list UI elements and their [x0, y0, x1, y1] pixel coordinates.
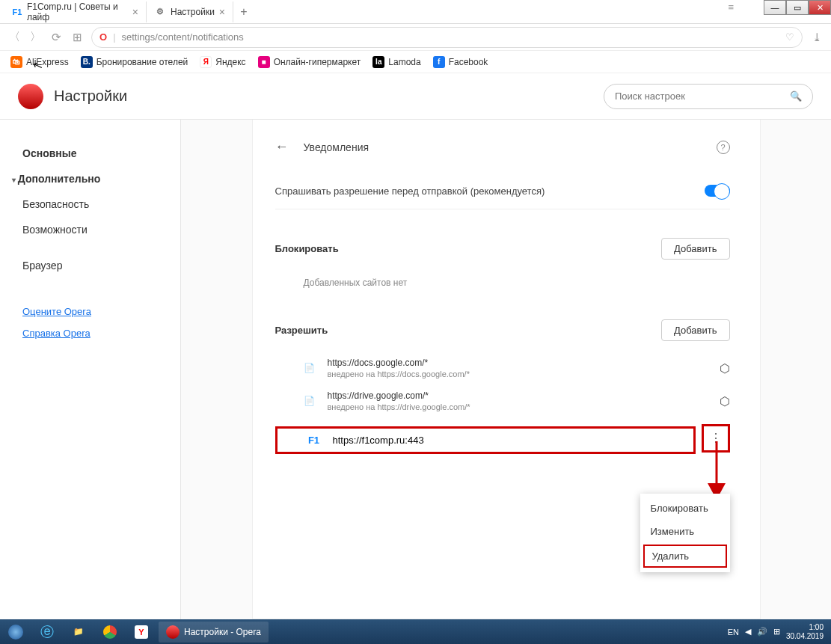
search-icon: 🔍	[790, 91, 802, 102]
site-sub: внедрено на https://docs.google.com/*	[328, 369, 470, 378]
site-url: https://docs.google.com/*	[328, 358, 470, 368]
opera-logo-icon	[18, 84, 43, 109]
speed-dial-icon[interactable]: ⊞	[70, 31, 84, 44]
minimize-button[interactable]: —	[764, 0, 786, 15]
add-block-button[interactable]: Добавить	[661, 238, 729, 260]
taskbar-clock[interactable]: 1:00 30.04.2019	[786, 623, 824, 641]
bookmark-lamoda[interactable]: laLamoda	[372, 56, 420, 68]
address-bar[interactable]: O | settings/content/notifications ♡	[91, 27, 803, 48]
site-sub: внедрено на https://drive.google.com/*	[328, 402, 470, 411]
highlighted-site-row: F1 https://f1comp.ru:443	[275, 426, 696, 454]
url-text: settings/content/notifications	[122, 31, 244, 43]
tab-close-icon[interactable]: ×	[132, 6, 138, 18]
settings-content: ← Уведомления ? Спрашивать разрешение пе…	[252, 120, 761, 619]
window-controls: — ▭ ✕	[764, 0, 831, 15]
site-context-menu: Блокировать Изменить Удалить	[640, 494, 730, 572]
tab-f1comp[interactable]: F1 F1Comp.ru | Советы и лайф ×	[4, 1, 147, 22]
bookmark-booking[interactable]: B.Бронирование отелей	[81, 56, 188, 68]
taskbar-app-opera[interactable]: Настройки - Opera	[159, 622, 269, 643]
taskbar-volume-icon[interactable]: 🔊	[757, 627, 767, 637]
toolbar: 〈 〉 ⟳ ⊞ O | settings/content/notificatio…	[0, 24, 831, 51]
sidebar-item-advanced[interactable]: Дополнительно	[22, 166, 180, 191]
file-icon: 📄	[302, 393, 317, 408]
ask-toggle[interactable]	[705, 185, 730, 197]
opera-badge-icon: O	[99, 31, 107, 43]
taskbar: ⓔ 📁 Y Настройки - Opera EN ◀ 🔊 ⊞ 1:00 30…	[0, 619, 831, 644]
taskbar-tray-icon[interactable]: ◀	[745, 627, 751, 637]
taskbar-network-icon[interactable]: ⊞	[773, 627, 780, 637]
taskbar-yandex-icon[interactable]: Y	[126, 619, 157, 644]
help-icon[interactable]: ?	[717, 141, 730, 154]
taskbar-chrome-icon[interactable]	[94, 619, 126, 644]
f1-favicon: F1	[304, 435, 324, 446]
site-row-drive: 📄 https://drive.google.com/* внедрено на…	[275, 384, 730, 417]
site-url: https://drive.google.com/*	[328, 390, 470, 401]
bookmark-heart-icon[interactable]: ♡	[785, 31, 794, 43]
sidebar-link-help[interactable]: Справка Opera	[22, 322, 180, 344]
search-settings[interactable]: 🔍	[604, 84, 813, 109]
tab-close-icon[interactable]: ×	[219, 6, 225, 18]
file-icon: 📄	[302, 361, 317, 375]
taskbar-lang[interactable]: EN	[728, 628, 739, 637]
extension-icon[interactable]: ⬡	[720, 361, 730, 375]
settings-sidebar: Основные Дополнительно Безопасность Возм…	[0, 120, 181, 619]
search-input[interactable]	[615, 91, 790, 102]
sidebar-item-basic[interactable]: Основные	[22, 141, 180, 166]
settings-title: Настройки	[54, 88, 604, 105]
ask-label: Спрашивать разрешение перед отправкой (р…	[275, 185, 545, 197]
tab-strip: F1 F1Comp.ru | Советы и лайф × ⚙ Настрой…	[0, 0, 831, 24]
sidebar-item-features[interactable]: Возможности	[22, 217, 180, 242]
add-allow-button[interactable]: Добавить	[661, 319, 729, 341]
download-icon[interactable]: ⤓	[810, 31, 824, 44]
close-window-button[interactable]: ✕	[809, 0, 831, 15]
menu-item-edit[interactable]: Изменить	[640, 520, 730, 543]
menu-item-remove[interactable]: Удалить	[643, 545, 727, 568]
bookmarks-bar: 🛍AliExpress B.Бронирование отелей ЯЯндек…	[0, 51, 831, 73]
taskbar-ie-icon[interactable]: ⓔ	[31, 619, 63, 644]
sidebar-link-rate[interactable]: Оцените Opera	[22, 301, 180, 322]
opera-icon	[166, 625, 180, 639]
tab-settings[interactable]: ⚙ Настройки ×	[147, 1, 233, 22]
extension-icon[interactable]: ⬡	[720, 394, 730, 408]
gear-icon: ⚙	[154, 6, 166, 18]
block-empty-text: Добавленных сайтов нет	[275, 270, 730, 309]
new-tab-button[interactable]: +	[233, 5, 254, 19]
start-button[interactable]	[0, 619, 31, 644]
block-section-head: Блокировать Добавить	[275, 227, 730, 270]
page-title: Уведомления	[304, 141, 369, 153]
bookmark-yandex[interactable]: ЯЯндекс	[200, 56, 245, 68]
bookmark-hypermarket[interactable]: ■Онлайн-гипермаркет	[258, 56, 361, 68]
window-menu-icon[interactable]: ≡	[728, 1, 734, 13]
bookmark-facebook[interactable]: fFacebook	[433, 56, 488, 68]
allow-section-head: Разрешить Добавить	[275, 309, 730, 352]
reload-button[interactable]: ⟳	[49, 31, 63, 44]
site-row-docs: 📄 https://docs.google.com/* внедрено на …	[275, 352, 730, 384]
back-arrow-icon[interactable]: ←	[275, 139, 289, 155]
ask-permission-row: Спрашивать разрешение перед отправкой (р…	[275, 173, 730, 209]
back-button[interactable]: 〈	[7, 30, 21, 44]
favicon-f1: F1	[12, 6, 22, 18]
site-url: https://f1comp.ru:443	[333, 435, 424, 446]
settings-header: Настройки 🔍	[0, 73, 831, 120]
sidebar-item-security[interactable]: Безопасность	[22, 191, 180, 217]
sidebar-item-browser[interactable]: Браузер	[22, 253, 180, 278]
tab-title: F1Comp.ru | Советы и лайф	[27, 1, 128, 22]
menu-item-block[interactable]: Блокировать	[640, 497, 730, 520]
taskbar-explorer-icon[interactable]: 📁	[63, 619, 94, 644]
tab-title: Настройки	[171, 7, 215, 17]
maximize-button[interactable]: ▭	[786, 0, 809, 15]
forward-button[interactable]: 〉	[28, 30, 42, 44]
